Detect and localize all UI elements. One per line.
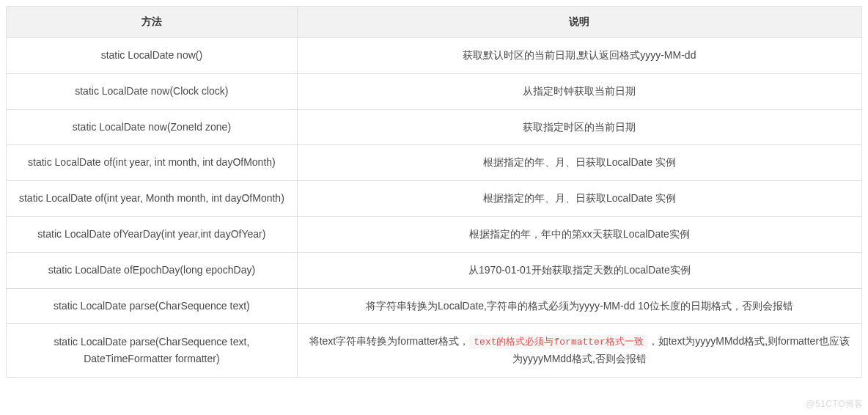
cell-desc: 获取默认时区的当前日期,默认返回格式yyyy-MM-dd (297, 38, 861, 74)
cell-desc: 根据指定的年、月、日获取LocalDate 实例 (297, 181, 861, 217)
table-row: static LocalDate ofEpochDay(long epochDa… (7, 252, 862, 288)
cell-method: static LocalDate ofYearDay(int year,int … (7, 216, 298, 252)
cell-method: static LocalDate of(int year, int month,… (7, 145, 298, 181)
cell-desc: 将字符串转换为LocalDate,字符串的格式必须为yyyy-MM-dd 10位… (297, 288, 861, 324)
table-row: static LocalDate of(int year, int month,… (7, 145, 862, 181)
table-row: static LocalDate parse(CharSequence text… (7, 324, 862, 378)
table-header-row: 方法 说明 (7, 7, 862, 38)
cell-desc: 从指定时钟获取当前日期 (297, 73, 861, 109)
desc-code-inline: text的格式必须与formatter格式一致 (469, 335, 647, 349)
cell-desc: 将text字符串转换为formatter格式，text的格式必须与formatt… (297, 324, 861, 378)
header-method: 方法 (7, 7, 298, 38)
cell-method: static LocalDate ofEpochDay(long epochDa… (7, 252, 298, 288)
cell-method: static LocalDate now(ZoneId zone) (7, 109, 298, 145)
desc-text-pre: 将text字符串转换为formatter格式， (309, 335, 470, 347)
cell-desc: 获取指定时区的当前日期 (297, 109, 861, 145)
header-desc: 说明 (297, 7, 861, 38)
cell-method: static LocalDate parse(CharSequence text… (7, 288, 298, 324)
api-table: 方法 说明 static LocalDate now() 获取默认时区的当前日期… (6, 6, 862, 378)
cell-method: static LocalDate now() (7, 38, 298, 74)
cell-method: static LocalDate of(int year, Month mont… (7, 181, 298, 217)
cell-desc: 根据指定的年、月、日获取LocalDate 实例 (297, 145, 861, 181)
cell-desc: 根据指定的年，年中的第xx天获取LocalDate实例 (297, 216, 861, 252)
table-row: static LocalDate now() 获取默认时区的当前日期,默认返回格… (7, 38, 862, 74)
table-row: static LocalDate of(int year, Month mont… (7, 181, 862, 217)
cell-method: static LocalDate now(Clock clock) (7, 73, 298, 109)
cell-method: static LocalDate parse(CharSequence text… (7, 324, 298, 378)
table-row: static LocalDate now(ZoneId zone) 获取指定时区… (7, 109, 862, 145)
cell-desc: 从1970-01-01开始获取指定天数的LocalDate实例 (297, 252, 861, 288)
table-row: static LocalDate parse(CharSequence text… (7, 288, 862, 324)
table-row: static LocalDate now(Clock clock) 从指定时钟获… (7, 73, 862, 109)
table-row: static LocalDate ofYearDay(int year,int … (7, 216, 862, 252)
